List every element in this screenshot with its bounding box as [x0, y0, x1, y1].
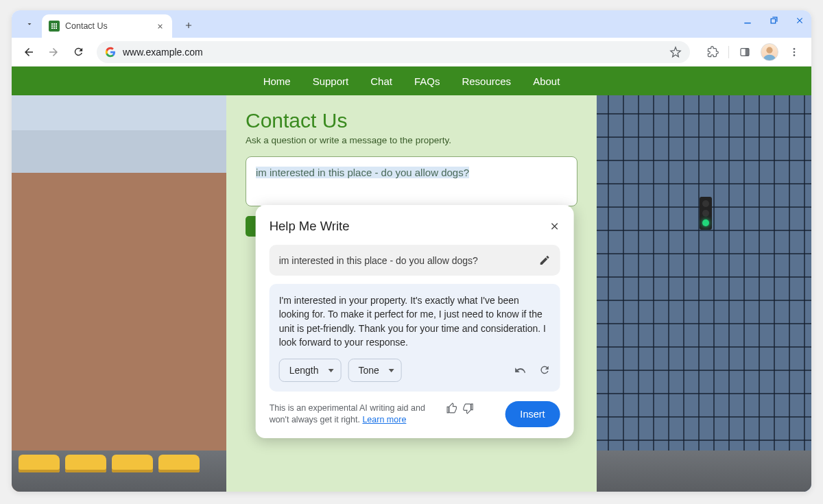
- hmw-undo-button[interactable]: [514, 364, 527, 376]
- window-close-button[interactable]: [794, 16, 806, 25]
- nav-support[interactable]: Support: [313, 75, 349, 87]
- caret-down-icon: [328, 369, 333, 372]
- forward-button[interactable]: [43, 42, 64, 62]
- hmw-title: Help Me Write: [270, 219, 350, 234]
- pencil-icon: [539, 254, 551, 266]
- toolbar-divider: [728, 46, 729, 58]
- new-tab-button[interactable]: [179, 16, 198, 35]
- thumbs-down-icon: [462, 403, 474, 414]
- tab-strip: Contact Us: [12, 10, 811, 38]
- hmw-regenerate-button[interactable]: [539, 364, 551, 376]
- page-subtitle: Ask a question or write a message to the…: [246, 135, 577, 145]
- url-text: www.example.com: [123, 47, 669, 58]
- reload-button[interactable]: [68, 42, 88, 62]
- svg-rect-1: [51, 23, 53, 25]
- svg-point-15: [794, 51, 796, 53]
- hmw-disclaimer: This is an experimental AI writing aid a…: [270, 403, 441, 426]
- hmw-length-dropdown[interactable]: Length: [279, 359, 342, 382]
- arrow-right-icon: [47, 46, 60, 58]
- nav-home[interactable]: Home: [263, 75, 291, 87]
- toolbar: www.example.com: [12, 38, 811, 67]
- svg-point-14: [794, 48, 796, 50]
- hmw-result-box: I'm interested in your property. It's ex…: [270, 284, 560, 392]
- hmw-insert-button[interactable]: Insert: [505, 401, 560, 427]
- svg-rect-4: [51, 25, 53, 27]
- profile-avatar[interactable]: [761, 43, 778, 61]
- page-viewport: Home Support Chat FAQs Resources About C…: [12, 67, 811, 492]
- back-button[interactable]: [19, 42, 39, 62]
- refresh-icon: [539, 364, 551, 376]
- close-icon: [156, 23, 164, 30]
- thumbs-up-icon: [446, 403, 458, 414]
- traffic-light-icon: [700, 197, 712, 230]
- hmw-thumbs-down-button[interactable]: [462, 403, 474, 414]
- more-vert-icon: [789, 47, 800, 58]
- maximize-button[interactable]: [767, 16, 780, 25]
- message-textarea[interactable]: im interested in this place - do you all…: [246, 156, 577, 206]
- close-icon: [549, 221, 560, 232]
- avatar-icon: [761, 43, 778, 61]
- plus-icon: [184, 21, 193, 30]
- menu-button[interactable]: [784, 42, 804, 62]
- svg-rect-8: [53, 27, 55, 29]
- hmw-learn-more-link[interactable]: Learn more: [362, 415, 406, 424]
- hmw-tone-dropdown[interactable]: Tone: [348, 359, 401, 382]
- tab-title: Contact Us: [65, 21, 108, 31]
- svg-rect-10: [744, 23, 750, 23]
- tab-close-button[interactable]: [154, 21, 165, 32]
- window-controls: [741, 16, 806, 25]
- nav-faqs[interactable]: FAQs: [414, 75, 440, 87]
- svg-point-13: [766, 47, 772, 53]
- svg-rect-3: [56, 23, 57, 25]
- minimize-button[interactable]: [741, 16, 754, 25]
- svg-rect-6: [56, 25, 57, 27]
- side-panel-button[interactable]: [735, 42, 755, 62]
- svg-rect-7: [51, 27, 53, 29]
- tab-search-dropdown[interactable]: [20, 14, 39, 34]
- svg-rect-5: [53, 25, 55, 27]
- hmw-thumbs-up-button[interactable]: [446, 403, 458, 414]
- star-icon: [669, 46, 682, 58]
- site-favicon: [49, 21, 60, 32]
- hmw-edit-prompt-button[interactable]: [539, 254, 551, 266]
- puzzle-icon: [707, 46, 719, 58]
- hmw-length-label: Length: [289, 365, 319, 376]
- browser-window: Contact Us www.example.com: [12, 10, 811, 492]
- hmw-tone-label: Tone: [358, 365, 379, 376]
- address-bar[interactable]: www.example.com: [97, 41, 690, 63]
- svg-rect-9: [56, 27, 57, 29]
- page-title: Contact Us: [246, 109, 577, 132]
- help-me-write-popup: Help Me Write im interested in this plac…: [256, 205, 574, 438]
- side-panel-icon: [739, 47, 750, 58]
- hmw-prompt-text: im interested in this place - do you all…: [279, 255, 478, 266]
- minimize-icon: [743, 16, 752, 25]
- browser-tab[interactable]: Contact Us: [42, 14, 172, 38]
- hmw-close-button[interactable]: [549, 221, 560, 232]
- svg-rect-2: [53, 23, 55, 25]
- maximize-icon: [770, 16, 778, 25]
- nav-about[interactable]: About: [533, 75, 560, 87]
- bookmark-button[interactable]: [669, 46, 682, 58]
- hmw-prompt-box: im interested in this place - do you all…: [270, 245, 560, 276]
- nav-chat[interactable]: Chat: [370, 75, 392, 87]
- nav-resources[interactable]: Resources: [462, 75, 511, 87]
- chevron-down-icon: [25, 20, 34, 28]
- reload-icon: [73, 46, 84, 58]
- google-icon: [105, 47, 116, 58]
- extensions-button[interactable]: [702, 42, 723, 62]
- hmw-result-text: I'm interested in your property. It's ex…: [279, 293, 551, 349]
- undo-icon: [514, 364, 527, 376]
- site-nav: Home Support Chat FAQs Resources About: [12, 67, 811, 95]
- message-value: im interested in this place - do you all…: [256, 167, 469, 178]
- svg-point-16: [794, 54, 796, 56]
- svg-rect-12: [746, 48, 749, 56]
- close-icon: [795, 16, 804, 25]
- caret-down-icon: [389, 369, 394, 372]
- arrow-left-icon: [23, 46, 35, 58]
